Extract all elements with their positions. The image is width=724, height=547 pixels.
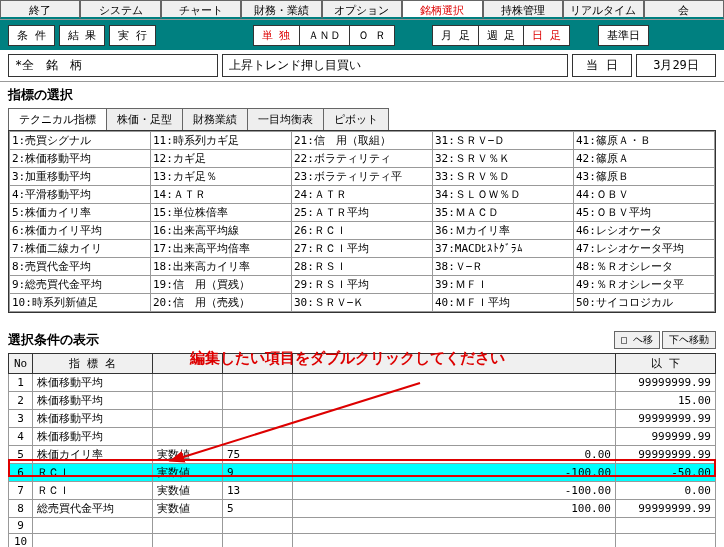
indicator-cell[interactable]: 17:出来高平均倍率 xyxy=(151,240,292,258)
indicator-cell[interactable]: 11:時系列カギ足 xyxy=(151,132,292,150)
indicator-cell[interactable]: 13:カギ足％ xyxy=(151,168,292,186)
indicator-cell[interactable]: 10:時系列新値足 xyxy=(10,294,151,312)
table-row[interactable]: 2株価移動平均15.00 xyxy=(9,392,716,410)
indicator-cell[interactable]: 2:株価移動平均 xyxy=(10,150,151,168)
indicator-cell[interactable]: 20:信 用（売残） xyxy=(151,294,292,312)
menu-tab-3[interactable]: 財務・業績 xyxy=(241,0,321,19)
indicator-cell[interactable]: 8:売買代金平均 xyxy=(10,258,151,276)
indicator-cell[interactable]: 41:篠原Ａ・Ｂ xyxy=(574,132,715,150)
toolbar-btn[interactable]: 結 果 xyxy=(59,25,106,46)
move-btn[interactable]: □ ヘ移 xyxy=(614,331,660,349)
logic-btn[interactable]: ＡＮＤ xyxy=(299,25,350,46)
indicator-cell[interactable]: 1:売買シグナル xyxy=(10,132,151,150)
indicator-cell[interactable]: 4:平滑移動平均 xyxy=(10,186,151,204)
subtab-2[interactable]: 財務業績 xyxy=(182,108,248,130)
menu-tab-5[interactable]: 銘柄選択 xyxy=(402,0,482,19)
indicator-cell[interactable]: 24:ＡＴＲ xyxy=(292,186,433,204)
table-row[interactable]: 5株価カイリ率実数値750.0099999999.99 xyxy=(9,446,716,464)
indicator-cell[interactable]: 15:単位株倍率 xyxy=(151,204,292,222)
cond-header: 指 標 名 xyxy=(33,354,153,374)
indicator-cell[interactable]: 12:カギ足 xyxy=(151,150,292,168)
table-row[interactable]: 6ＲＣＩ実数値9-100.00-50.00 xyxy=(9,464,716,482)
indicator-cell[interactable]: 18:出来高カイリ率 xyxy=(151,258,292,276)
indicator-cell[interactable]: 19:信 用（買残） xyxy=(151,276,292,294)
timeframe-btn[interactable]: 週 足 xyxy=(478,25,525,46)
indicator-cell[interactable]: 3:加重移動平均 xyxy=(10,168,151,186)
subtab-0[interactable]: テクニカル指標 xyxy=(8,108,107,130)
timeframe-btn[interactable]: 日 足 xyxy=(523,25,570,46)
indicator-cell[interactable]: 26:ＲＣＩ xyxy=(292,222,433,240)
indicator-cell[interactable]: 9:総売買代金平均 xyxy=(10,276,151,294)
conditions-section-title: 選択条件の表示 xyxy=(8,331,99,349)
indicator-cell[interactable]: 44:ＯＢＶ xyxy=(574,186,715,204)
indicator-cell[interactable]: 46:レシオケータ xyxy=(574,222,715,240)
menu-tab-6[interactable]: 持株管理 xyxy=(483,0,563,19)
indicator-cell[interactable]: 28:ＲＳＩ xyxy=(292,258,433,276)
indicator-cell[interactable]: 34:ＳＬＯＷ％Ｄ xyxy=(433,186,574,204)
subtab-4[interactable]: ピボット xyxy=(323,108,389,130)
move-btn[interactable]: 下ヘ移動 xyxy=(662,331,716,349)
indicator-cell[interactable]: 31:ＳＲＶ−Ｄ xyxy=(433,132,574,150)
menu-tab-8[interactable]: 会 xyxy=(644,0,724,19)
menu-tab-4[interactable]: オプション xyxy=(322,0,402,19)
indicator-cell[interactable]: 29:ＲＳＩ平均 xyxy=(292,276,433,294)
table-row[interactable]: 3株価移動平均99999999.99 xyxy=(9,410,716,428)
table-row[interactable]: 9 xyxy=(9,518,716,534)
indicator-cell[interactable]: 27:ＲＣＩ平均 xyxy=(292,240,433,258)
stock-field[interactable]: *全 銘 柄 xyxy=(8,54,218,77)
timeframe-btn[interactable]: 月 足 xyxy=(432,25,479,46)
date-field: 3月29日 xyxy=(636,54,716,77)
day-label: 当 日 xyxy=(572,54,632,77)
cond-header: No xyxy=(9,354,33,374)
indicator-cell[interactable]: 14:ＡＴＲ xyxy=(151,186,292,204)
subtab-1[interactable]: 株価・足型 xyxy=(106,108,183,130)
table-row[interactable]: 4株価移動平均999999.99 xyxy=(9,428,716,446)
indicator-cell[interactable]: 5:株価カイリ率 xyxy=(10,204,151,222)
menu-tab-2[interactable]: チャート xyxy=(161,0,241,19)
table-row[interactable]: 1株価移動平均99999999.99 xyxy=(9,374,716,392)
menu-tab-1[interactable]: システム xyxy=(80,0,160,19)
indicator-cell[interactable]: 49:％Ｒオシレータ平 xyxy=(574,276,715,294)
indicator-cell[interactable]: 25:ＡＴＲ平均 xyxy=(292,204,433,222)
indicator-cell[interactable]: 30:ＳＲＶ−Ｋ xyxy=(292,294,433,312)
cond-header: 以 下 xyxy=(616,354,716,374)
indicator-cell[interactable]: 7:株価二線カイリ xyxy=(10,240,151,258)
menu-tab-0[interactable]: 終了 xyxy=(0,0,80,19)
indicator-cell[interactable]: 39:ＭＦＩ xyxy=(433,276,574,294)
indicator-cell[interactable]: 50:サイコロジカル xyxy=(574,294,715,312)
indicator-cell[interactable]: 6:株価カイリ平均 xyxy=(10,222,151,240)
indicator-section-title: 指標の選択 xyxy=(0,81,724,108)
indicator-cell[interactable]: 47:レシオケータ平均 xyxy=(574,240,715,258)
logic-btn[interactable]: 単 独 xyxy=(253,25,300,46)
menu-tab-7[interactable]: リアルタイム xyxy=(563,0,643,19)
indicator-cell[interactable]: 42:篠原Ａ xyxy=(574,150,715,168)
subtab-3[interactable]: 一目均衡表 xyxy=(247,108,324,130)
indicator-cell[interactable]: 36:Ｍカイリ率 xyxy=(433,222,574,240)
indicator-cell[interactable]: 23:ボラティリティ平 xyxy=(292,168,433,186)
indicator-cell[interactable]: 35:ＭＡＣＤ xyxy=(433,204,574,222)
indicator-cell[interactable]: 37:MACDﾋｽﾄｸﾞﾗﾑ xyxy=(433,240,574,258)
strategy-field[interactable]: 上昇トレンド押し目買い xyxy=(222,54,568,77)
basedate-btn[interactable]: 基準日 xyxy=(598,25,649,46)
instruction-text: 編集したい項目をダブルクリックしてください xyxy=(190,349,505,368)
toolbar-btn[interactable]: 条 件 xyxy=(8,25,55,46)
indicator-cell[interactable]: 32:ＳＲＶ％Ｋ xyxy=(433,150,574,168)
indicator-cell[interactable]: 22:ボラティリティ xyxy=(292,150,433,168)
indicator-cell[interactable]: 45:ＯＢＶ平均 xyxy=(574,204,715,222)
indicator-grid: 1:売買シグナル11:時系列カギ足21:信 用（取組）31:ＳＲＶ−Ｄ41:篠原… xyxy=(8,130,716,313)
toolbar-btn[interactable]: 実 行 xyxy=(109,25,156,46)
logic-btn[interactable]: Ｏ Ｒ xyxy=(349,25,396,46)
table-row[interactable]: 8総売買代金平均実数値5100.0099999999.99 xyxy=(9,500,716,518)
indicator-cell[interactable]: 33:ＳＲＶ％Ｄ xyxy=(433,168,574,186)
indicator-cell[interactable]: 38:Ｖ−Ｒ xyxy=(433,258,574,276)
indicator-cell[interactable]: 43:篠原Ｂ xyxy=(574,168,715,186)
conditions-table[interactable]: No指 標 名以 下1株価移動平均99999999.992株価移動平均15.00… xyxy=(8,353,716,547)
table-row[interactable]: 10 xyxy=(9,534,716,548)
indicator-cell[interactable]: 40:ＭＦＩ平均 xyxy=(433,294,574,312)
table-row[interactable]: 7ＲＣＩ実数値13-100.000.00 xyxy=(9,482,716,500)
indicator-cell[interactable]: 21:信 用（取組） xyxy=(292,132,433,150)
indicator-cell[interactable]: 48:％Ｒオシレータ xyxy=(574,258,715,276)
indicator-cell[interactable]: 16:出来高平均線 xyxy=(151,222,292,240)
